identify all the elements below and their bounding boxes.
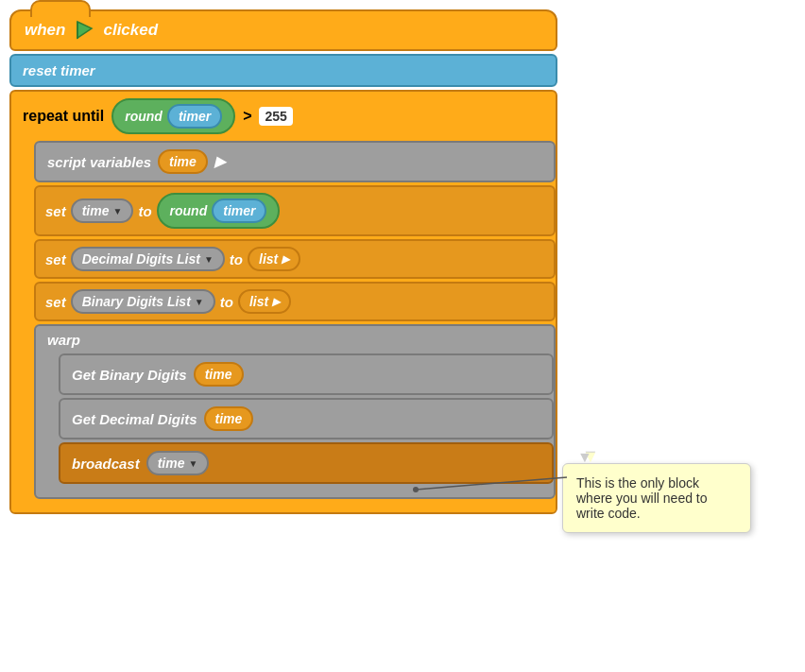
warp-body: Get Binary Digits time Get Decimal Digit… xyxy=(59,353,554,486)
round-fn-label: round xyxy=(125,109,163,124)
script-variables-label: script variables xyxy=(47,154,151,170)
timer-label-2: timer xyxy=(223,203,255,218)
time-var-label: time xyxy=(169,154,197,169)
get-binary-label: Get Binary Digits xyxy=(72,367,187,383)
list-arrow-2: ▶ xyxy=(272,296,280,308)
repeat-until-label: repeat until xyxy=(23,108,104,125)
broadcast-arg-label: time xyxy=(158,456,185,471)
time-dd-label: time xyxy=(82,203,110,218)
clicked-label: clicked xyxy=(103,21,158,40)
green-flag-icon xyxy=(73,19,95,42)
decimal-list-label: Decimal Digits List xyxy=(82,251,200,267)
dropdown-arrow-4: ▼ xyxy=(189,458,198,469)
decimal-list-dropdown[interactable]: Decimal Digits List ▼ xyxy=(71,247,225,271)
warp-block[interactable]: warp Get Binary Digits time Get Decimal … xyxy=(34,324,556,499)
repeat-header: repeat until round timer > 255 xyxy=(11,92,556,141)
script-variables-block[interactable]: script variables time ▶ xyxy=(34,141,556,182)
timer-reporter[interactable]: timer xyxy=(167,104,222,129)
greater-than-op: > xyxy=(243,108,251,125)
warp-header: warp xyxy=(36,326,554,353)
tooltip-box: ▼ This is the only block where you will … xyxy=(562,463,751,533)
when-label: when xyxy=(25,21,65,40)
round-timer-reporter[interactable]: round timer xyxy=(157,193,281,229)
to-label-1: to xyxy=(138,203,151,219)
repeat-footer xyxy=(11,501,556,512)
round-fn-2: round xyxy=(170,203,208,218)
set-time-block[interactable]: set time ▼ to round timer xyxy=(34,185,556,236)
warp-footer xyxy=(36,486,554,497)
time-variable-reporter[interactable]: time xyxy=(158,149,208,174)
to-label-2: to xyxy=(230,251,243,267)
timer-reporter-2[interactable]: timer xyxy=(212,198,266,223)
list-reporter-2[interactable]: list ▶ xyxy=(238,289,291,314)
reset-timer-label: reset timer xyxy=(23,62,95,78)
binary-list-label: Binary Digits List xyxy=(82,294,191,309)
get-binary-digits-block[interactable]: Get Binary Digits time xyxy=(59,353,554,395)
dropdown-arrow-2: ▼ xyxy=(204,254,214,265)
broadcast-label: broadcast xyxy=(72,456,140,472)
time-arg-decimal-label: time xyxy=(215,411,243,426)
reset-timer-block[interactable]: reset timer xyxy=(9,54,557,87)
tooltip-text: This is the only block where you will ne… xyxy=(576,475,708,521)
when-flag-clicked-block[interactable]: when clicked xyxy=(9,9,557,51)
set-label-2: set xyxy=(45,251,66,267)
set-decimal-list-block[interactable]: set Decimal Digits List ▼ to list ▶ xyxy=(34,239,556,279)
binary-list-dropdown[interactable]: Binary Digits List ▼ xyxy=(71,289,215,314)
time-arg-binary[interactable]: time xyxy=(194,362,244,387)
list-label-1: list xyxy=(259,251,278,267)
time-arg-decimal[interactable]: time xyxy=(204,406,254,431)
set-binary-list-block[interactable]: set Binary Digits List ▼ to list ▶ xyxy=(34,282,556,321)
condition-block[interactable]: round timer xyxy=(111,98,235,134)
get-decimal-digits-block[interactable]: Get Decimal Digits time xyxy=(59,398,554,439)
list-reporter-1[interactable]: list ▶ xyxy=(248,247,300,271)
list-label-2: list xyxy=(249,294,268,309)
set-label-3: set xyxy=(45,294,66,310)
repeat-until-block[interactable]: repeat until round timer > 255 script va… xyxy=(9,90,557,514)
set-label-1: set xyxy=(45,203,66,219)
warp-label: warp xyxy=(47,332,80,348)
value-255[interactable]: 255 xyxy=(259,107,292,126)
repeat-body: script variables time ▶ set time ▼ to ro… xyxy=(34,141,556,501)
script-vars-arrow: ▶ xyxy=(214,153,226,170)
scratch-script: when clicked reset timer repeat until ro… xyxy=(9,9,557,514)
timer-label: timer xyxy=(179,109,211,124)
time-arg-binary-label: time xyxy=(205,367,232,382)
list-arrow-1: ▶ xyxy=(282,253,289,266)
svg-marker-0 xyxy=(77,22,92,38)
dropdown-arrow-3: ▼ xyxy=(195,297,204,307)
get-decimal-label: Get Decimal Digits xyxy=(72,411,197,427)
dropdown-arrow-1: ▼ xyxy=(112,206,122,216)
time-var-dropdown[interactable]: time ▼ xyxy=(71,198,134,223)
to-label-3: to xyxy=(220,294,233,310)
broadcast-arg-dropdown[interactable]: time ▼ xyxy=(146,451,210,475)
broadcast-block[interactable]: broadcast time ▼ xyxy=(59,442,554,484)
tooltip-arrow: ▼ xyxy=(577,449,592,466)
